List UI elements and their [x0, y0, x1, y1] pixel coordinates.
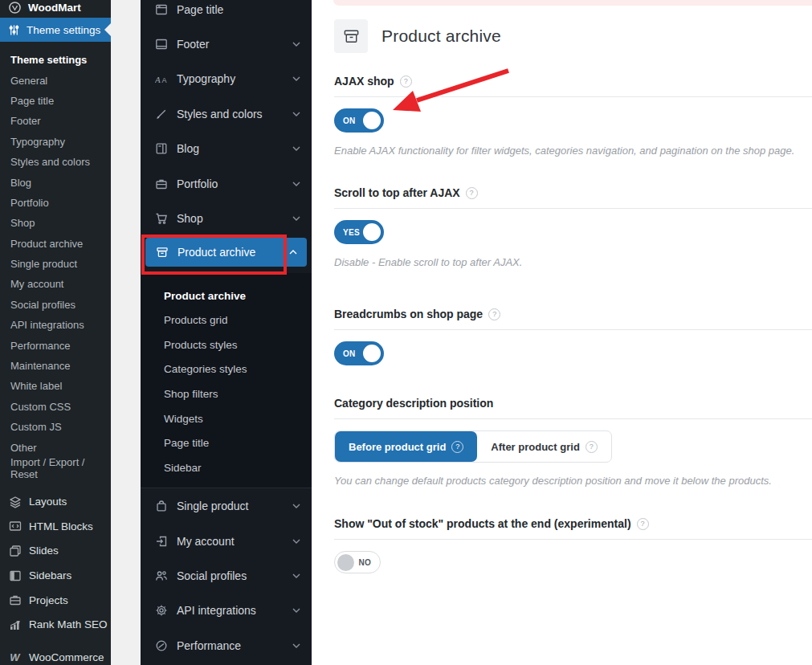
sidebar-item-styles-and-colors[interactable]: Styles and colors	[0, 152, 111, 172]
nav-item-footer[interactable]: Footer	[141, 27, 312, 61]
sidebar-item-theme-settings[interactable]: Theme settings	[0, 18, 111, 42]
sidebar-item-maintenance[interactable]: Maintenance	[0, 356, 111, 376]
woodmart-logo-icon	[8, 1, 22, 14]
sidebar-item-portfolio[interactable]: Portfolio	[0, 193, 111, 213]
sidebar-item-custom-js[interactable]: Custom JS	[0, 417, 111, 437]
option-label-text: Breadcrumbs on shop page	[334, 308, 483, 320]
nav-item-page-title[interactable]: Page title	[141, 0, 312, 27]
sidebar-item-api-integrations[interactable]: API integrations	[0, 315, 111, 335]
ajax-shop-toggle[interactable]: ON	[334, 108, 384, 133]
nav-item-styles-and-colors[interactable]: Styles and colors	[141, 96, 312, 131]
divider	[334, 96, 812, 97]
subnav-item-product-archive[interactable]: Product archive	[141, 284, 312, 308]
help-icon[interactable]	[451, 441, 463, 453]
sidebar-item-typography[interactable]: Typography	[0, 132, 111, 152]
subnav-item-page-title[interactable]: Page title	[141, 430, 312, 455]
option-description: You can change default products category…	[334, 475, 812, 487]
help-icon[interactable]	[488, 308, 500, 320]
out-of-stock-toggle[interactable]: NO	[334, 551, 381, 573]
option-label-text: Show "Out of stock" products at the end …	[334, 517, 631, 530]
subnav-item-products-styles[interactable]: Products styles	[141, 332, 312, 357]
chevron-down-icon	[292, 539, 300, 544]
sidebar-item-social-profiles[interactable]: Social profiles	[0, 295, 111, 315]
archive-icon	[334, 19, 368, 53]
current-menu-arrow	[104, 23, 111, 36]
menu-item-label: Layouts	[29, 496, 67, 508]
sidebar-item-single-product[interactable]: Single product	[0, 254, 111, 274]
active-menu-label: Theme settings	[27, 24, 100, 36]
toggle-knob	[337, 554, 354, 571]
option-description: Disable - Enable scroll to top after AJA…	[334, 256, 812, 268]
sidebar-item-woodmart[interactable]: WoodMart	[0, 0, 111, 18]
sidebar-item-layouts[interactable]: Layouts	[0, 489, 111, 514]
nav-item-my-account[interactable]: My account	[141, 524, 312, 558]
sidebar-item-woocommerce[interactable]: W WooCommerce	[0, 645, 111, 665]
chevron-down-icon	[292, 146, 300, 151]
nav-item-typography[interactable]: A A Typography	[141, 62, 312, 96]
sidebar-item-other[interactable]: Other	[0, 437, 111, 457]
sidebar-item-my-account[interactable]: My account	[0, 274, 111, 294]
nav-item-portfolio[interactable]: Portfolio	[141, 166, 312, 201]
sidebar-item-html-blocks[interactable]: HTML Blocks	[0, 514, 111, 539]
nav-item-api-integrations[interactable]: API integrations	[141, 594, 312, 628]
nav-item-product-archive-active[interactable]: Product archive	[145, 238, 307, 267]
help-icon[interactable]	[466, 187, 478, 199]
sidebar-item-slides[interactable]: Slides	[0, 539, 111, 564]
bag-icon	[154, 500, 168, 513]
nav-item-single-product[interactable]: Single product	[141, 488, 312, 523]
option-label-category-description-position: Category description position	[334, 397, 812, 410]
subnav-item-products-grid[interactable]: Products grid	[141, 308, 312, 332]
sidebar-item-product-archive[interactable]: Product archive	[0, 234, 111, 254]
nav-item-label: Performance	[177, 639, 284, 652]
chevron-down-icon	[292, 504, 300, 508]
code-icon	[8, 520, 22, 533]
nav-item-shop[interactable]: Shop	[141, 201, 312, 235]
breadcrumbs-toggle[interactable]: ON	[334, 341, 384, 365]
scroll-top-toggle[interactable]: YES	[334, 220, 384, 244]
nav-item-label: Styles and colors	[177, 108, 284, 120]
after-product-grid-button[interactable]: After product grid	[477, 431, 611, 462]
login-icon	[154, 534, 168, 548]
sidebar-item-sidebars[interactable]: Sidebars	[0, 563, 111, 588]
help-icon[interactable]	[400, 75, 412, 88]
chevron-down-icon	[292, 42, 300, 47]
option-label-text: Scroll to top after AJAX	[334, 186, 460, 199]
sidebar-item-blog[interactable]: Blog	[0, 172, 111, 192]
sidebar-item-general[interactable]: General	[0, 70, 111, 90]
toggle-knob	[363, 223, 381, 241]
sidebar-item-performance[interactable]: Performance	[0, 335, 111, 355]
subnav-item-categories-styles[interactable]: Categories styles	[141, 357, 312, 382]
sidebar-item-custom-css[interactable]: Custom CSS	[0, 397, 111, 417]
sidebar-item-projects[interactable]: Projects	[0, 588, 111, 613]
toggle-knob	[363, 345, 381, 362]
subnav-item-shop-filters[interactable]: Shop filters	[141, 381, 312, 406]
chevron-down-icon	[292, 112, 300, 116]
help-icon[interactable]	[586, 441, 598, 453]
nav-item-blog[interactable]: Blog	[141, 132, 312, 166]
chevron-down-icon	[292, 573, 300, 578]
divider	[334, 539, 812, 540]
before-product-grid-button[interactable]: Before product grid	[335, 431, 477, 462]
subnav-item-sidebar[interactable]: Sidebar	[141, 455, 312, 480]
sidebar-item-page-title[interactable]: Page title	[0, 91, 111, 111]
nav-item-social-profiles[interactable]: Social profiles	[141, 558, 312, 593]
chevron-down-icon	[292, 182, 300, 186]
toggle-state-label: NO	[358, 558, 371, 567]
menu-item-label: Projects	[29, 594, 68, 606]
slides-icon	[8, 544, 22, 557]
sidebar-item-shop[interactable]: Shop	[0, 213, 111, 233]
subnav-item-widgets[interactable]: Widgets	[141, 406, 312, 431]
sidebar-item-import-export-reset[interactable]: Import / Export / Reset	[0, 458, 111, 478]
sidebar-item-footer[interactable]: Footer	[0, 111, 111, 131]
nav-item-label: API integrations	[177, 604, 284, 617]
chevron-down-icon	[292, 76, 300, 81]
toggle-knob	[363, 112, 381, 129]
sidebar-item-theme-settings-home[interactable]: Theme settings	[0, 50, 111, 70]
nav-item-label: My account	[177, 535, 284, 548]
menu-item-label: Rank Math SEO	[29, 618, 108, 630]
sidebar-item-rank-math-seo[interactable]: Rank Math SEO	[0, 613, 111, 638]
nav-item-performance[interactable]: Performance	[141, 628, 312, 663]
help-icon[interactable]	[637, 518, 649, 530]
sidebar-item-white-label[interactable]: White label	[0, 376, 111, 396]
typography-icon: A A	[154, 72, 168, 86]
